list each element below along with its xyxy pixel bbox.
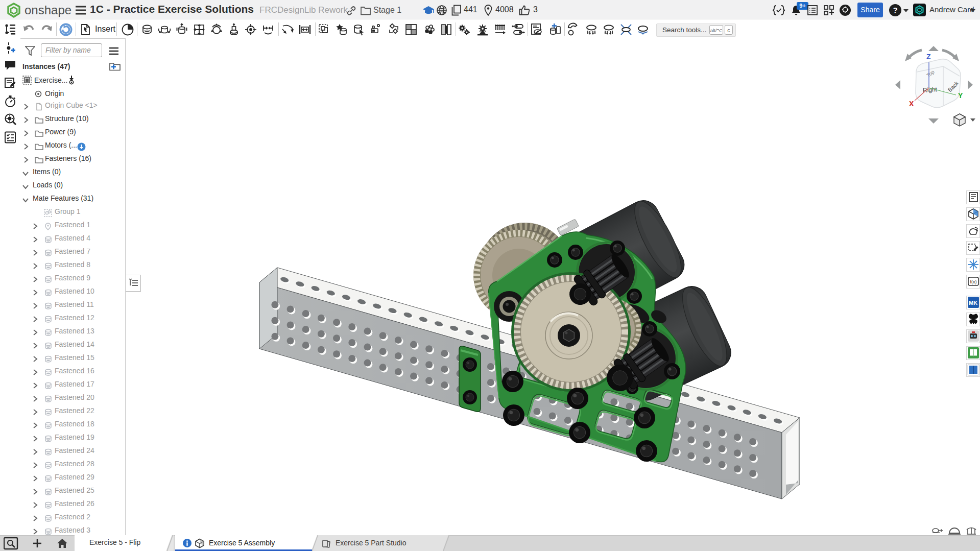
svg-text:f(x): f(x) (970, 279, 977, 284)
svg-text:Z: Z (926, 53, 931, 61)
svg-text:Y: Y (958, 91, 963, 100)
svg-text:X: X (909, 100, 914, 108)
svg-text:MK: MK (969, 300, 977, 306)
